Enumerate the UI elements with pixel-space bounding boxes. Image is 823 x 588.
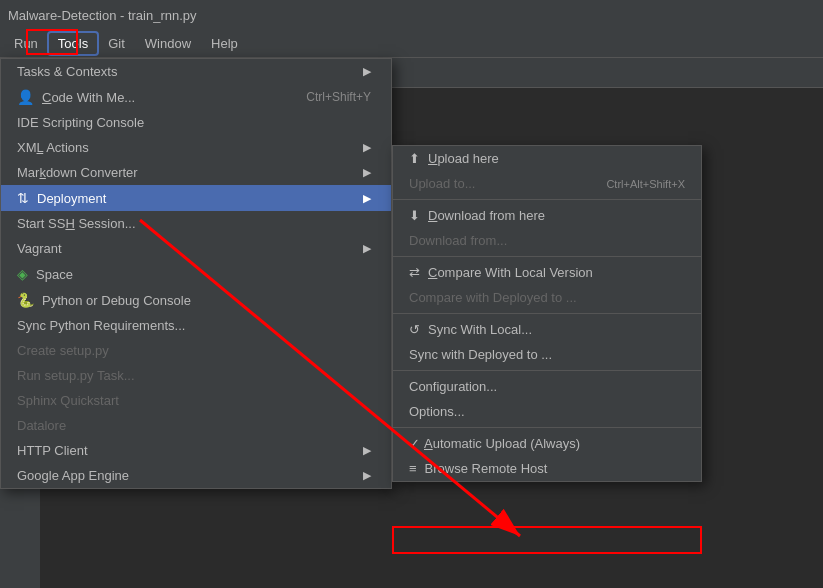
menu-datalore: Datalore xyxy=(1,413,391,438)
separator-3 xyxy=(393,313,701,314)
auto-upload-label: Automatic Upload (Always) xyxy=(424,436,580,451)
deployment-icon: ⇅ xyxy=(17,190,29,206)
menu-run-setup: Run setup.py Task... xyxy=(1,363,391,388)
google-app-engine-label: Google App Engine xyxy=(17,468,129,483)
deploy-browse-remote[interactable]: ≡ Browse Remote Host xyxy=(393,456,701,481)
deployment-submenu: ⬆ Upload here Upload to... Ctrl+Alt+Shif… xyxy=(392,145,702,482)
separator-2 xyxy=(393,256,701,257)
arrow-markdown: ▶ xyxy=(363,166,371,179)
deploy-download-here[interactable]: ⬇ Download from here xyxy=(393,203,701,228)
deploy-compare-deployed: Compare with Deployed to ... xyxy=(393,285,701,310)
sync-local-label: Sync With Local... xyxy=(428,322,532,337)
menu-google-app-engine[interactable]: Google App Engine ▶ xyxy=(1,463,391,488)
ssh-label: Start SSH Session... xyxy=(17,216,136,231)
menu-window[interactable]: Window xyxy=(135,32,201,55)
upload-to-label: Upload to... xyxy=(409,176,476,191)
space-icon: ◈ xyxy=(17,266,28,282)
menu-ide-scripting[interactable]: IDE Scripting Console xyxy=(1,110,391,135)
compare-deployed-label: Compare with Deployed to ... xyxy=(409,290,577,305)
python-console-label: Python or Debug Console xyxy=(42,293,191,308)
person-icon: 👤 xyxy=(17,89,34,105)
deploy-download-from: Download from... xyxy=(393,228,701,253)
sphinx-label: Sphinx Quickstart xyxy=(17,393,119,408)
run-setup-label: Run setup.py Task... xyxy=(17,368,135,383)
browse-remote-icon: ≡ xyxy=(409,461,417,476)
arrow-deployment: ▶ xyxy=(363,192,371,205)
menu-sphinx: Sphinx Quickstart xyxy=(1,388,391,413)
download-here-icon: ⬇ xyxy=(409,208,420,223)
menu-git[interactable]: Git xyxy=(98,32,135,55)
arrow-http: ▶ xyxy=(363,444,371,457)
upload-here-icon: ⬆ xyxy=(409,151,420,166)
menu-vagrant[interactable]: Vagrant ▶ xyxy=(1,236,391,261)
create-setup-label: Create setup.py xyxy=(17,343,109,358)
upload-to-shortcut: Ctrl+Alt+Shift+X xyxy=(606,178,685,190)
separator-4 xyxy=(393,370,701,371)
menu-tools[interactable]: Tools xyxy=(48,32,98,55)
menu-create-setup: Create setup.py xyxy=(1,338,391,363)
menu-ssh-session[interactable]: Start SSH Session... xyxy=(1,211,391,236)
deploy-sync-deployed[interactable]: Sync with Deployed to ... xyxy=(393,342,701,367)
code-with-me-label: Code With Me... xyxy=(42,90,135,105)
deploy-upload-here[interactable]: ⬆ Upload here xyxy=(393,146,701,171)
menu-python-console[interactable]: 🐍 Python or Debug Console xyxy=(1,287,391,313)
menu-space[interactable]: ◈ Space xyxy=(1,261,391,287)
configuration-label: Configuration... xyxy=(409,379,497,394)
menu-run[interactable]: Run xyxy=(4,32,48,55)
sync-python-label: Sync Python Requirements... xyxy=(17,318,185,333)
arrow-tasks: ▶ xyxy=(363,65,371,78)
arrow-google: ▶ xyxy=(363,469,371,482)
sync-local-icon: ↺ xyxy=(409,322,420,337)
menu-help[interactable]: Help xyxy=(201,32,248,55)
menu-markdown[interactable]: Markdown Converter ▶ xyxy=(1,160,391,185)
xml-actions-label: XML Actions xyxy=(17,140,89,155)
download-from-label: Download from... xyxy=(409,233,507,248)
code-with-me-shortcut: Ctrl+Shift+Y xyxy=(306,90,371,104)
vagrant-label: Vagrant xyxy=(17,241,62,256)
menu-sync-python[interactable]: Sync Python Requirements... xyxy=(1,313,391,338)
compare-local-icon: ⇄ xyxy=(409,265,420,280)
window-title: Malware-Detection - train_rnn.py xyxy=(8,8,197,23)
browse-remote-label: Browse Remote Host xyxy=(425,461,548,476)
menu-http-client[interactable]: HTTP Client ▶ xyxy=(1,438,391,463)
sync-deployed-label: Sync with Deployed to ... xyxy=(409,347,552,362)
menu-code-with-me[interactable]: 👤 Code With Me... Ctrl+Shift+Y xyxy=(1,84,391,110)
menu-tasks-contexts[interactable]: Tasks & Contexts ▶ xyxy=(1,59,391,84)
python-icon: 🐍 xyxy=(17,292,34,308)
datalore-label: Datalore xyxy=(17,418,66,433)
deploy-options[interactable]: Options... xyxy=(393,399,701,424)
separator-1 xyxy=(393,199,701,200)
tasks-label: Tasks & Contexts xyxy=(17,64,117,79)
deploy-upload-to: Upload to... Ctrl+Alt+Shift+X xyxy=(393,171,701,196)
download-here-label: Download from here xyxy=(428,208,545,223)
upload-here-label: Upload here xyxy=(428,151,499,166)
deploy-sync-local[interactable]: ↺ Sync With Local... xyxy=(393,317,701,342)
separator-5 xyxy=(393,427,701,428)
tools-dropdown: Tasks & Contexts ▶ 👤 Code With Me... Ctr… xyxy=(0,58,392,489)
menu-deployment[interactable]: ⇅ Deployment ▶ xyxy=(1,185,391,211)
deploy-auto-upload[interactable]: ✓ Automatic Upload (Always) xyxy=(393,431,701,456)
deployment-label: Deployment xyxy=(37,191,106,206)
menu-xml-actions[interactable]: XML Actions ▶ xyxy=(1,135,391,160)
title-bar: Malware-Detection - train_rnn.py xyxy=(0,0,823,30)
space-label: Space xyxy=(36,267,73,282)
deploy-compare-local[interactable]: ⇄ Compare With Local Version xyxy=(393,260,701,285)
markdown-label: Markdown Converter xyxy=(17,165,138,180)
checkmark-icon: ✓ xyxy=(409,436,420,451)
menu-bar: Run Tools Git Window Help xyxy=(0,30,823,58)
http-client-label: HTTP Client xyxy=(17,443,88,458)
ide-scripting-label: IDE Scripting Console xyxy=(17,115,144,130)
compare-local-label: Compare With Local Version xyxy=(428,265,593,280)
arrow-xml: ▶ xyxy=(363,141,371,154)
arrow-vagrant: ▶ xyxy=(363,242,371,255)
deploy-configuration[interactable]: Configuration... xyxy=(393,374,701,399)
options-label: Options... xyxy=(409,404,465,419)
